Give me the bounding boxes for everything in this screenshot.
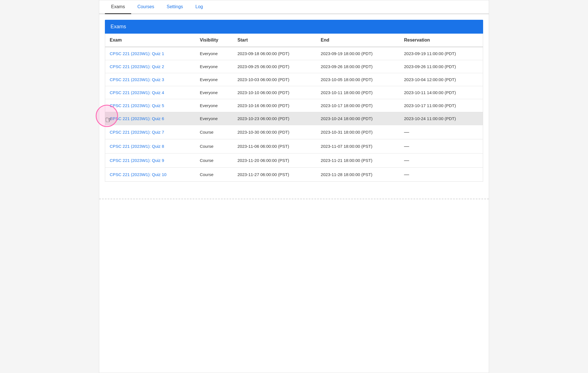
exam-link-4[interactable]: CPSC 221 (2023W1): Quiz 4 xyxy=(110,90,164,95)
table-row: CPSC 221 (2023W1): Quiz 7Course2023-10-3… xyxy=(105,125,483,139)
end-cell-4: 2023-10-11 18:00:00 (PDT) xyxy=(316,86,400,99)
table-row: CPSC 221 (2023W1): Quiz 6☞Everyone2023-1… xyxy=(105,112,483,125)
start-cell-5: 2023-10-16 06:00:00 (PDT) xyxy=(233,99,316,112)
table-row: CPSC 221 (2023W1): Quiz 8Course2023-11-0… xyxy=(105,139,483,153)
exam-cell-10: CPSC 221 (2023W1): Quiz 10 xyxy=(105,168,195,182)
exam-link-3[interactable]: CPSC 221 (2023W1): Quiz 3 xyxy=(110,77,164,82)
table-body: CPSC 221 (2023W1): Quiz 1Everyone2023-09… xyxy=(105,47,483,182)
start-cell-6: 2023-10-23 06:00:00 (PDT) xyxy=(233,112,316,125)
exam-cell-4: CPSC 221 (2023W1): Quiz 4 xyxy=(105,86,195,99)
table-row: CPSC 221 (2023W1): Quiz 4Everyone2023-10… xyxy=(105,86,483,99)
exam-link-5[interactable]: CPSC 221 (2023W1): Quiz 5 xyxy=(110,103,164,108)
reservation-cell-10: — xyxy=(399,168,483,182)
col-header-visibility: Visibility xyxy=(195,34,233,47)
bottom-border xyxy=(99,199,489,199)
visibility-cell-2: Everyone xyxy=(195,60,233,73)
exam-cell-3: CPSC 221 (2023W1): Quiz 3 xyxy=(105,73,195,86)
section-title: Exams xyxy=(111,24,126,29)
exam-link-8[interactable]: CPSC 221 (2023W1): Quiz 8 xyxy=(110,144,164,149)
end-cell-1: 2023-09-19 18:00:00 (PDT) xyxy=(316,47,400,60)
tab-bar: ExamsCoursesSettingsLog xyxy=(99,0,489,14)
table-row: CPSC 221 (2023W1): Quiz 9Course2023-11-2… xyxy=(105,153,483,168)
exam-cell-6: CPSC 221 (2023W1): Quiz 6☞ xyxy=(105,112,195,125)
tab-exams[interactable]: Exams xyxy=(105,0,131,14)
visibility-cell-8: Course xyxy=(195,139,233,153)
exam-cell-8: CPSC 221 (2023W1): Quiz 8 xyxy=(105,139,195,153)
visibility-cell-6: Everyone xyxy=(195,112,233,125)
exams-table: ExamVisibilityStartEndReservation CPSC 2… xyxy=(105,34,483,182)
table-row: CPSC 221 (2023W1): Quiz 3Everyone2023-10… xyxy=(105,73,483,86)
reservation-cell-3: 2023-10-04 12:00:00 (PDT) xyxy=(399,73,483,86)
exam-link-10[interactable]: CPSC 221 (2023W1): Quiz 10 xyxy=(110,172,167,177)
end-cell-6: 2023-10-24 18:00:00 (PDT) xyxy=(316,112,400,125)
start-cell-7: 2023-10-30 06:00:00 (PDT) xyxy=(233,125,316,139)
start-cell-8: 2023-11-06 06:00:00 (PST) xyxy=(233,139,316,153)
table-row: CPSC 221 (2023W1): Quiz 1Everyone2023-09… xyxy=(105,47,483,60)
start-cell-2: 2023-09-25 06:00:00 (PDT) xyxy=(233,60,316,73)
start-cell-10: 2023-11-27 06:00:00 (PST) xyxy=(233,168,316,182)
visibility-cell-4: Everyone xyxy=(195,86,233,99)
exam-cell-9: CPSC 221 (2023W1): Quiz 9 xyxy=(105,153,195,168)
exam-cell-7: CPSC 221 (2023W1): Quiz 7 xyxy=(105,125,195,139)
end-cell-9: 2023-11-21 18:00:00 (PST) xyxy=(316,153,400,168)
col-header-reservation: Reservation xyxy=(399,34,483,47)
reservation-cell-8: — xyxy=(399,139,483,153)
table-header-row: ExamVisibilityStartEndReservation xyxy=(105,34,483,47)
reservation-cell-4: 2023-10-11 14:00:00 (PDT) xyxy=(399,86,483,99)
table-row: CPSC 221 (2023W1): Quiz 5Everyone2023-10… xyxy=(105,99,483,112)
exam-cell-2: CPSC 221 (2023W1): Quiz 2 xyxy=(105,60,195,73)
end-cell-5: 2023-10-17 18:00:00 (PDT) xyxy=(316,99,400,112)
table-row: CPSC 221 (2023W1): Quiz 10Course2023-11-… xyxy=(105,168,483,182)
exam-cell-1: CPSC 221 (2023W1): Quiz 1 xyxy=(105,47,195,60)
visibility-cell-1: Everyone xyxy=(195,47,233,60)
end-cell-10: 2023-11-28 18:00:00 (PST) xyxy=(316,168,400,182)
exam-link-7[interactable]: CPSC 221 (2023W1): Quiz 7 xyxy=(110,130,164,135)
start-cell-3: 2023-10-03 06:00:00 (PDT) xyxy=(233,73,316,86)
tab-log[interactable]: Log xyxy=(189,0,209,14)
reservation-cell-2: 2023-09-26 11:00:00 (PDT) xyxy=(399,60,483,73)
page-container: ExamsCoursesSettingsLog Exams ExamVisibi… xyxy=(99,0,489,373)
reservation-cell-1: 2023-09-19 11:00:00 (PDT) xyxy=(399,47,483,60)
reservation-cell-5: 2023-10-17 11:00:00 (PDT) xyxy=(399,99,483,112)
end-cell-7: 2023-10-31 18:00:00 (PDT) xyxy=(316,125,400,139)
reservation-cell-7: — xyxy=(399,125,483,139)
table-row: CPSC 221 (2023W1): Quiz 2Everyone2023-09… xyxy=(105,60,483,73)
start-cell-4: 2023-10-10 06:00:00 (PDT) xyxy=(233,86,316,99)
visibility-cell-9: Course xyxy=(195,153,233,168)
section-header: Exams xyxy=(105,20,483,34)
exam-link-1[interactable]: CPSC 221 (2023W1): Quiz 1 xyxy=(110,51,164,56)
visibility-cell-7: Course xyxy=(195,125,233,139)
main-content: Exams ExamVisibilityStartEndReservation … xyxy=(99,14,489,187)
visibility-cell-5: Everyone xyxy=(195,99,233,112)
reservation-cell-6: 2023-10-24 11:00:00 (PDT) xyxy=(399,112,483,125)
col-header-end: End xyxy=(316,34,400,47)
end-cell-2: 2023-09-26 18:00:00 (PDT) xyxy=(316,60,400,73)
exam-cell-5: CPSC 221 (2023W1): Quiz 5 xyxy=(105,99,195,112)
tab-courses[interactable]: Courses xyxy=(131,0,161,14)
exam-link-2[interactable]: CPSC 221 (2023W1): Quiz 2 xyxy=(110,64,164,69)
end-cell-3: 2023-10-05 18:00:00 (PDT) xyxy=(316,73,400,86)
exam-link-6[interactable]: CPSC 221 (2023W1): Quiz 6 xyxy=(110,116,164,121)
start-cell-1: 2023-09-18 06:00:00 (PDT) xyxy=(233,47,316,60)
col-header-exam: Exam xyxy=(105,34,195,47)
tab-settings[interactable]: Settings xyxy=(160,0,189,14)
visibility-cell-10: Course xyxy=(195,168,233,182)
reservation-cell-9: — xyxy=(399,153,483,168)
start-cell-9: 2023-11-20 06:00:00 (PST) xyxy=(233,153,316,168)
end-cell-8: 2023-11-07 18:00:00 (PST) xyxy=(316,139,400,153)
col-header-start: Start xyxy=(233,34,316,47)
visibility-cell-3: Everyone xyxy=(195,73,233,86)
exam-link-9[interactable]: CPSC 221 (2023W1): Quiz 9 xyxy=(110,158,164,163)
